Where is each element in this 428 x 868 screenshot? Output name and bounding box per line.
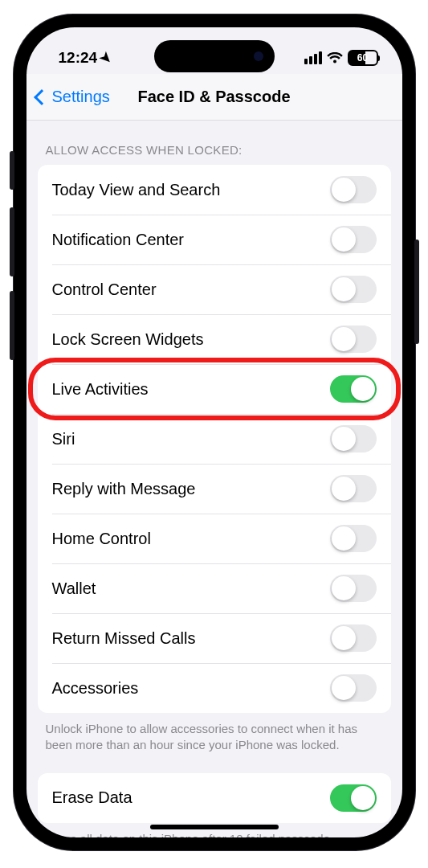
row-label-return-missed-calls: Return Missed Calls [52,629,196,648]
row-return-missed-calls: Return Missed Calls [38,613,391,663]
row-label-accessories: Accessories [52,679,139,698]
clock: 12:24 [59,49,98,67]
row-label-lock-screen-widgets: Lock Screen Widgets [52,330,204,349]
toggle-lock-screen-widgets[interactable] [330,326,377,353]
row-label-today-view-and-search: Today View and Search [52,181,221,199]
location-icon: ➤ [96,48,116,68]
row-label-live-activities: Live Activities [52,380,149,399]
volume-up-button [10,207,14,276]
section-header-allow-access: ALLOW ACCESS WHEN LOCKED: [26,121,402,165]
silence-switch [10,151,14,190]
toggle-notification-center[interactable] [330,226,377,253]
toggle-today-view-and-search[interactable] [330,176,377,203]
back-label: Settings [52,88,110,106]
iphone-frame: 12:24 ➤ 60 Settings Face ID & Pa [14,14,415,850]
dynamic-island [154,40,275,72]
row-today-view-and-search: Today View and Search [38,165,391,215]
row-label-home-control: Home Control [52,530,151,548]
row-label-notification-center: Notification Center [52,231,185,249]
screen: 12:24 ➤ 60 Settings Face ID & Pa [26,27,402,837]
wifi-icon [327,52,343,64]
toggle-return-missed-calls[interactable] [330,624,377,652]
row-label-wallet: Wallet [52,579,96,598]
row-live-activities: Live Activities [38,364,391,414]
battery-percent: 60 [357,52,368,63]
accessories-footer: Unlock iPhone to allow accessories to co… [26,713,402,773]
settings-content[interactable]: ALLOW ACCESS WHEN LOCKED: Today View and… [26,121,402,837]
toggle-accessories[interactable] [330,674,377,702]
toggle-wallet[interactable] [330,575,377,602]
back-button[interactable]: Settings [36,88,110,106]
row-label-siri: Siri [52,430,75,448]
row-lock-screen-widgets: Lock Screen Widgets [38,314,391,364]
battery-icon: 60 [348,50,378,66]
row-wallet: Wallet [38,563,391,613]
row-reply-with-message: Reply with Message [38,464,391,514]
page-title: Face ID & Passcode [137,88,290,106]
chevron-left-icon [34,89,50,105]
row-label-control-center: Control Center [52,280,157,299]
row-notification-center: Notification Center [38,215,391,264]
row-home-control: Home Control [38,514,391,563]
toggle-home-control[interactable] [330,525,377,552]
home-indicator[interactable] [150,825,279,829]
toggle-reply-with-message[interactable] [330,475,377,502]
row-accessories: Accessories [38,663,391,713]
allow-access-group: Today View and SearchNotification Center… [38,165,391,713]
power-button [414,240,419,344]
cellular-icon [304,51,322,64]
row-control-center: Control Center [38,264,391,314]
row-siri: Siri [38,414,391,464]
toggle-live-activities[interactable] [330,375,377,403]
row-label-reply-with-message: Reply with Message [52,480,196,498]
row-erase-data: Erase Data [38,773,391,823]
erase-data-group: Erase Data [38,773,391,823]
toggle-control-center[interactable] [330,276,377,303]
toggle-erase-data[interactable] [330,784,377,812]
row-label-erase-data: Erase Data [52,788,132,807]
volume-down-button [10,291,14,360]
toggle-siri[interactable] [330,425,377,452]
nav-header: Settings Face ID & Passcode [26,74,402,121]
